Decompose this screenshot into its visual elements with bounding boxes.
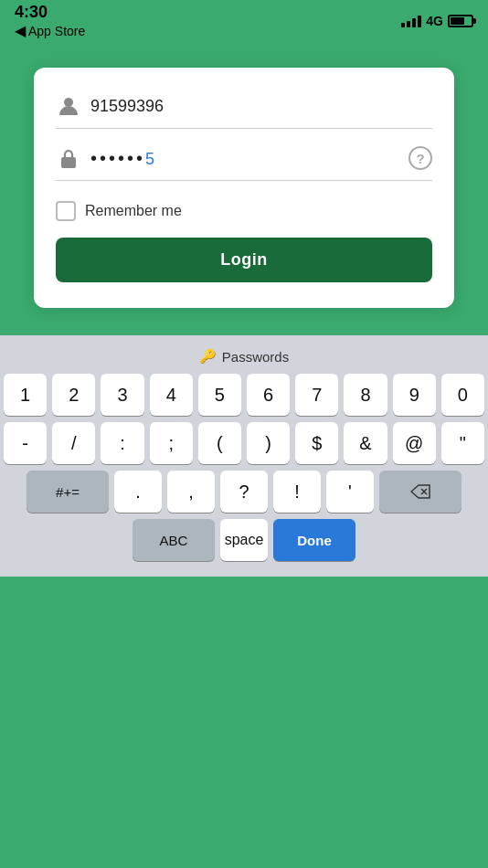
login-card: ••••••5 ? Remember me Login xyxy=(34,68,454,308)
key-open-paren[interactable]: ( xyxy=(198,422,241,464)
key-at[interactable]: @ xyxy=(393,422,436,464)
special-row: #+= . , ? ! ' xyxy=(4,471,484,513)
symbols-row: - / : ; ( ) $ & @ " xyxy=(4,422,484,464)
key-2[interactable]: 2 xyxy=(52,374,95,416)
key-quote[interactable]: " xyxy=(441,422,484,464)
key-slash[interactable]: / xyxy=(52,422,95,464)
key-0[interactable]: 0 xyxy=(441,374,484,416)
key-5[interactable]: 5 xyxy=(198,374,241,416)
key-minus[interactable]: - xyxy=(4,422,47,464)
key-hashtag-plus[interactable]: #+= xyxy=(27,471,109,513)
key-comma[interactable]: , xyxy=(167,471,215,513)
password-input[interactable]: ••••••5 xyxy=(90,148,408,169)
key-ampersand[interactable]: & xyxy=(344,422,387,464)
back-arrow-icon: ◀ xyxy=(15,22,26,39)
key-9[interactable]: 9 xyxy=(393,374,436,416)
key-1[interactable]: 1 xyxy=(4,374,47,416)
space-button[interactable]: space xyxy=(220,519,268,561)
username-row xyxy=(56,93,432,129)
number-row: 1 2 3 4 5 6 7 8 9 0 xyxy=(4,374,484,416)
status-bar-right: 4G xyxy=(401,14,473,28)
status-time: 4:30 xyxy=(15,3,85,22)
remember-me-checkbox[interactable] xyxy=(56,201,76,221)
passwords-label: Passwords xyxy=(222,349,289,365)
key-6[interactable]: 6 xyxy=(247,374,290,416)
network-label: 4G xyxy=(426,14,443,28)
key-colon[interactable]: : xyxy=(101,422,143,464)
green-background: ••••••5 ? Remember me Login xyxy=(0,40,488,335)
remember-me-row: Remember me xyxy=(56,201,432,221)
remember-me-label: Remember me xyxy=(85,203,182,219)
backspace-button[interactable] xyxy=(379,471,461,513)
status-bar: 4:30 ◀ App Store 4G xyxy=(0,0,488,40)
keyboard-top-bar: 🔑 Passwords xyxy=(4,343,484,374)
done-button[interactable]: Done xyxy=(273,519,355,561)
key-apostrophe[interactable]: ' xyxy=(326,471,374,513)
battery-fill xyxy=(451,17,464,25)
lock-icon xyxy=(56,145,81,171)
svg-rect-1 xyxy=(61,157,76,168)
app-store-back[interactable]: ◀ App Store xyxy=(15,22,85,39)
backspace-icon xyxy=(410,484,430,499)
key-question[interactable]: ? xyxy=(220,471,268,513)
svg-point-0 xyxy=(64,98,73,107)
key-semicolon[interactable]: ; xyxy=(150,422,193,464)
help-icon: ? xyxy=(416,151,424,166)
key-dollar[interactable]: $ xyxy=(295,422,338,464)
key-exclaim[interactable]: ! xyxy=(273,471,321,513)
status-bar-left: 4:30 ◀ App Store xyxy=(15,3,85,39)
key-period[interactable]: . xyxy=(114,471,162,513)
username-input[interactable] xyxy=(90,97,432,116)
user-icon xyxy=(56,93,81,119)
key-3[interactable]: 3 xyxy=(101,374,143,416)
key-7[interactable]: 7 xyxy=(295,374,338,416)
password-help-button[interactable]: ? xyxy=(408,146,432,170)
abc-button[interactable]: ABC xyxy=(133,519,215,561)
signal-bars-icon xyxy=(401,16,421,27)
password-row: ••••••5 ? xyxy=(56,145,432,181)
login-button[interactable]: Login xyxy=(56,238,432,282)
key-8[interactable]: 8 xyxy=(344,374,387,416)
key-4[interactable]: 4 xyxy=(150,374,193,416)
key-icon: 🔑 xyxy=(199,348,217,365)
bottom-row: ABC space Done xyxy=(4,519,484,561)
keyboard-area: 🔑 Passwords 1 2 3 4 5 6 7 8 9 0 - / : ; … xyxy=(0,335,488,577)
battery-icon xyxy=(448,15,473,27)
key-close-paren[interactable]: ) xyxy=(247,422,290,464)
app-store-label: App Store xyxy=(28,24,85,38)
